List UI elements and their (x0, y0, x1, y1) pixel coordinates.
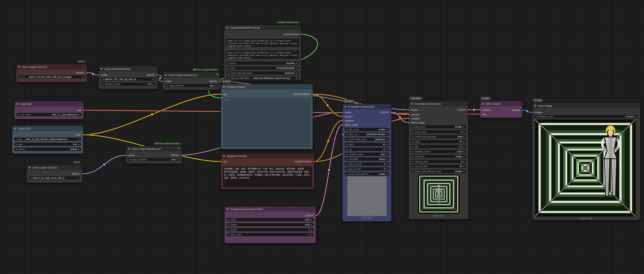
collapse-dot-icon[interactable] (344, 106, 346, 108)
clip-port-icon[interactable] (220, 93, 222, 95)
increment-arrow-icon[interactable]: ▶ (463, 165, 464, 167)
model-port-icon[interactable] (219, 80, 221, 82)
prompt-textarea[interactable]: text (223, 98, 310, 147)
widget-batch-size[interactable]: ◀batch_size1▶ (226, 233, 314, 237)
node-header[interactable]: KSampler (Advanced) (342, 104, 391, 109)
widget-start-at-step[interactable]: ◀start_at_step8▶ (410, 159, 466, 163)
clip-port-icon[interactable] (220, 161, 222, 163)
node-graph-canvas[interactable]: GGUFUnet Loader (GGUF)MODEL◀un ...wan2.2… (0, 0, 644, 274)
increment-arrow-icon[interactable]: ▶ (152, 83, 154, 85)
decrement-arrow-icon[interactable]: ◀ (346, 168, 347, 170)
decrement-arrow-icon[interactable]: ◀ (228, 219, 230, 221)
node-positive-prompt[interactable]: 3.652sPositive PromptclipCONDITIONINGtex… (221, 84, 313, 149)
collapse-dot-icon[interactable] (226, 27, 228, 28)
increment-arrow-icon[interactable]: ▶ (386, 138, 388, 140)
increment-arrow-icon[interactable]: ▶ (79, 114, 80, 116)
image-port-icon[interactable] (521, 109, 523, 111)
conditioning-port-icon[interactable] (408, 118, 410, 120)
node-header[interactable]: Positive Prompt (221, 84, 313, 90)
increment-arrow-icon[interactable]: ▶ (296, 72, 298, 74)
decrement-arrow-icon[interactable]: ◀ (412, 131, 414, 133)
input-port-text[interactable] (221, 96, 222, 100)
decrement-arrow-icon[interactable]: ◀ (16, 148, 17, 150)
decrement-arrow-icon[interactable]: ◀ (412, 156, 414, 157)
widget-type[interactable]: ◀typewan▶ (14, 142, 81, 146)
increment-arrow-icon[interactable]: ▶ (386, 153, 388, 155)
increment-arrow-icon[interactable]: ▶ (463, 170, 464, 172)
string-port-icon[interactable] (220, 97, 222, 99)
vae-port-icon[interactable] (83, 109, 85, 111)
node-vae-decode[interactable]: 4.363sVAE DecodesamplesvaeIMAGE (480, 101, 522, 118)
node-wildcard-processor[interactable]: comfyui-impact-packImpactWildcardProcess… (224, 25, 301, 80)
increment-arrow-icon[interactable]: ▶ (296, 77, 298, 79)
increment-arrow-icon[interactable]: ▶ (296, 67, 298, 69)
widget-return-with-leftover[interactable]: ◀return_with_leftover_ ...enable▶ (344, 172, 390, 176)
increment-arrow-icon[interactable]: ▶ (386, 173, 388, 175)
decrement-arrow-icon[interactable]: ◀ (346, 143, 347, 145)
node-ksampler-1[interactable]: 38.862sKSampler (Advanced)modelpositiven… (342, 104, 391, 221)
output-port-model[interactable]: MODEL (76, 71, 87, 75)
model-port-icon[interactable] (181, 154, 183, 156)
conditioning-port-icon[interactable] (313, 161, 315, 163)
collapse-dot-icon[interactable] (18, 66, 20, 68)
collapse-dot-icon[interactable] (14, 128, 16, 130)
node-header[interactable]: Load CLIP (12, 126, 83, 131)
collapse-dot-icon[interactable] (28, 166, 30, 168)
widget-end-at-step[interactable]: ◀end_at_step40▶ (410, 164, 466, 168)
conditioning-port-icon[interactable] (341, 116, 343, 118)
node-negative-prompt[interactable]: Negative PromptclipCONDITIONING色调艳丽，过曝，静… (221, 153, 314, 189)
model-port-icon[interactable] (86, 72, 88, 74)
input-port-positive[interactable]: positive (409, 113, 419, 116)
input-port-clip[interactable]: clip (221, 92, 227, 96)
node-ksampler-2[interactable]: 204.854sKSampler (Advanced)modelpositive… (409, 101, 468, 219)
prompt-textarea[interactable]: 色调艳丽，过曝，静态，细节模糊不清，字幕，静止，整体发灰，最差质量，低质量，JP… (223, 166, 312, 187)
input-port-negative[interactable]: negative (409, 117, 420, 120)
node-header[interactable]: KSampler (Advanced) (409, 101, 468, 106)
node-header[interactable]: Unet Loader (GGUF) (27, 165, 82, 170)
input-port-latent_image[interactable]: latent_image (409, 121, 424, 124)
widget-filename-prefix[interactable]: ◀filename_prefixComfyUI▶ (534, 115, 638, 118)
decrement-arrow-icon[interactable]: ◀ (228, 229, 230, 231)
latent-port-icon[interactable] (315, 215, 317, 217)
node-header[interactable]: Load VAE (14, 101, 84, 107)
decrement-arrow-icon[interactable]: ◀ (166, 85, 168, 87)
input-port-model[interactable]: model (342, 111, 351, 114)
widget-wan2-2-i2v-high-noise-14b-q[interactable]: ◀wan2.2_i2v_high_noise_14B_Q ...▶ (28, 176, 80, 180)
widget-control-after-gene[interactable]: ◀control after gene ...randomize▶ (344, 137, 390, 141)
string-port-icon[interactable] (300, 33, 302, 35)
output-port-latent[interactable]: LATENT (380, 111, 391, 114)
node-sage-attention-1[interactable]: [BETA] comfyui-kjnodesPatch Sage Attenti… (163, 72, 220, 90)
conditioning-port-icon[interactable] (312, 93, 314, 95)
widget-lightx2v-t2v-14b-cfg-step-di[interactable]: ◀lightx2v_T2V_14B_cfg_step_di ...▶ (100, 77, 156, 81)
collapse-dot-icon[interactable] (223, 86, 225, 88)
input-port-model[interactable]: model (409, 108, 418, 112)
increment-arrow-icon[interactable]: ▶ (386, 134, 388, 135)
increment-arrow-icon[interactable]: ▶ (463, 136, 464, 138)
increment-arrow-icon[interactable]: ▶ (463, 146, 464, 147)
node-empty-latent-video[interactable]: EmptyHunyuanLatentVideoLATENT◀width1024▶… (224, 206, 316, 243)
widget-steps[interactable]: ◀steps40▶ (344, 142, 390, 146)
latent-port-icon[interactable] (479, 109, 481, 111)
model-port-icon[interactable] (98, 74, 100, 76)
decrement-arrow-icon[interactable]: ◀ (228, 67, 229, 69)
input-port-negative[interactable]: negative (342, 119, 354, 122)
input-port-model[interactable]: model (163, 79, 172, 83)
increment-arrow-icon[interactable]: ▶ (386, 148, 388, 150)
increment-arrow-icon[interactable]: ▶ (152, 78, 154, 80)
decrement-arrow-icon[interactable]: ◀ (412, 170, 414, 172)
node-header[interactable]: LoraLoaderModelOnly (98, 66, 158, 72)
increment-arrow-icon[interactable]: ▶ (82, 76, 83, 78)
increment-arrow-icon[interactable]: ▶ (386, 158, 388, 160)
decrement-arrow-icon[interactable]: ◀ (130, 159, 131, 160)
decrement-arrow-icon[interactable]: ◀ (346, 134, 347, 135)
widget-clip[interactable]: ◀clip ...umt5_xxl_fp8_e4m3fn_scaled.safe… (14, 137, 81, 141)
input-port-samples[interactable]: samples (480, 108, 491, 112)
output-port-latent[interactable]: LATENT (305, 214, 316, 217)
decrement-arrow-icon[interactable]: ◀ (18, 114, 19, 116)
latent-port-icon[interactable] (467, 109, 469, 111)
increment-arrow-icon[interactable]: ▶ (177, 159, 178, 160)
widget-steps[interactable]: ◀steps40▶ (410, 140, 466, 143)
latent-port-icon[interactable] (341, 124, 343, 126)
widget-start-at-step[interactable]: ◀start_at_step0▶ (344, 162, 390, 166)
widget-scheduler[interactable]: ◀schedulersimple▶ (344, 157, 390, 161)
